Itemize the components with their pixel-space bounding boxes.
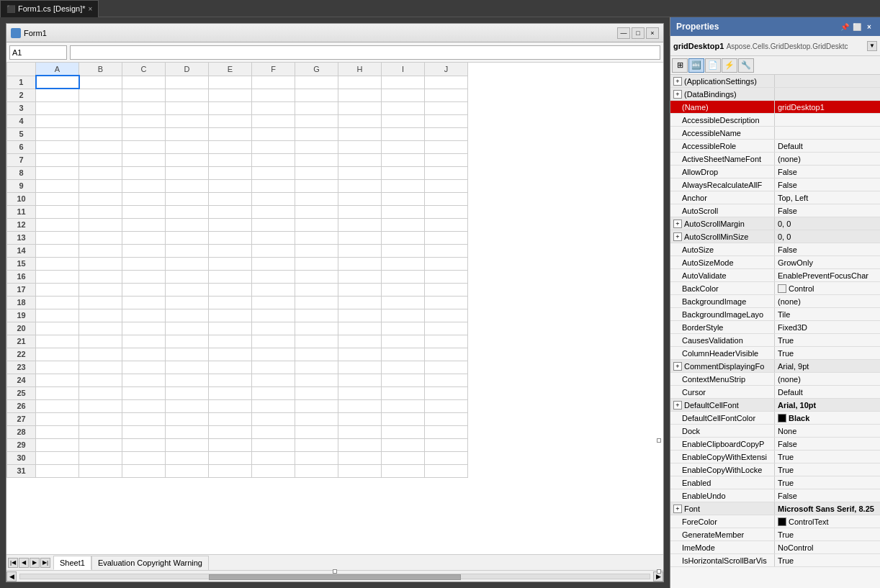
cell-E2[interactable]: [209, 89, 252, 101]
cell-C1[interactable]: [122, 76, 166, 89]
cell-J19[interactable]: [425, 309, 468, 322]
cell-B7[interactable]: [79, 153, 122, 166]
prop-value-24[interactable]: Default: [775, 386, 880, 398]
cell-D3[interactable]: [166, 101, 209, 114]
cell-D9[interactable]: [166, 179, 209, 192]
prop-value-23[interactable]: (none): [775, 373, 880, 385]
cell-A23[interactable]: [36, 361, 79, 374]
cell-G26[interactable]: [295, 399, 338, 412]
cell-J27[interactable]: [425, 412, 468, 425]
prop-value-37[interactable]: True: [775, 554, 880, 566]
col-header-E[interactable]: E: [209, 63, 252, 76]
cell-C26[interactable]: [122, 399, 166, 412]
col-header-H[interactable]: H: [338, 63, 382, 76]
cell-J24[interactable]: [425, 374, 468, 386]
prop-row-6[interactable]: ActiveSheetNameFont(none): [670, 153, 880, 166]
cell-H12[interactable]: [338, 218, 382, 231]
cell-F8[interactable]: [252, 166, 295, 179]
cell-C23[interactable]: [122, 361, 166, 374]
cell-C4[interactable]: [122, 114, 166, 127]
prop-value-32[interactable]: False: [775, 489, 880, 502]
properties-page-btn[interactable]: 📄: [705, 58, 721, 73]
cell-J1[interactable]: [425, 76, 468, 89]
cell-F13[interactable]: [252, 231, 295, 244]
prop-value-16[interactable]: Control: [775, 282, 880, 294]
cell-B26[interactable]: [79, 399, 122, 412]
cell-A25[interactable]: [36, 386, 79, 399]
cell-F2[interactable]: [252, 89, 295, 101]
cell-A29[interactable]: [36, 438, 79, 451]
cell-H11[interactable]: [338, 205, 382, 218]
cell-I23[interactable]: [382, 361, 425, 374]
wrench-btn[interactable]: 🔧: [738, 58, 754, 73]
cell-H6[interactable]: [338, 140, 382, 153]
row-header-14[interactable]: 14: [7, 244, 36, 257]
cell-C20[interactable]: [122, 322, 166, 335]
close-button[interactable]: ×: [646, 27, 659, 39]
cell-I16[interactable]: [382, 270, 425, 283]
prop-value-15[interactable]: EnablePreventFocusChar: [775, 269, 880, 281]
cell-A3[interactable]: [36, 101, 79, 114]
cell-H4[interactable]: [338, 114, 382, 127]
prop-value-35[interactable]: True: [775, 528, 880, 540]
alphabetical-view-btn[interactable]: 🔤: [688, 58, 704, 73]
cell-B17[interactable]: [79, 283, 122, 296]
prop-value-34[interactable]: ControlText: [775, 515, 880, 528]
cell-A24[interactable]: [36, 374, 79, 386]
cell-A13[interactable]: [36, 231, 79, 244]
row-header-23[interactable]: 23: [7, 361, 36, 374]
cell-A31[interactable]: [36, 464, 79, 477]
prop-value-8[interactable]: False: [775, 178, 880, 191]
cell-D5[interactable]: [166, 127, 209, 140]
cell-I28[interactable]: [382, 425, 425, 438]
cell-G18[interactable]: [295, 296, 338, 309]
cell-H27[interactable]: [338, 412, 382, 425]
row-header-4[interactable]: 4: [7, 114, 36, 127]
prop-row-35[interactable]: GenerateMemberTrue: [670, 528, 880, 541]
cell-F16[interactable]: [252, 270, 295, 283]
col-header-A[interactable]: A: [36, 63, 79, 76]
cell-F24[interactable]: [252, 374, 295, 386]
cell-H9[interactable]: [338, 179, 382, 192]
prop-row-37[interactable]: IsHorizontalScrollBarVisTrue: [670, 554, 880, 567]
sheet-last-btn[interactable]: ▶|: [40, 558, 50, 568]
object-dropdown-btn[interactable]: ▼: [867, 41, 877, 51]
cell-H13[interactable]: [338, 231, 382, 244]
cell-J5[interactable]: [425, 127, 468, 140]
float-button[interactable]: ⬜: [852, 22, 862, 32]
cell-G5[interactable]: [295, 127, 338, 140]
cell-H2[interactable]: [338, 89, 382, 101]
cell-D1[interactable]: [166, 76, 209, 89]
prop-row-3[interactable]: AccessibleDescription: [670, 114, 880, 127]
cell-I21[interactable]: [382, 335, 425, 348]
prop-row-26[interactable]: DefaultCellFontColorBlack: [670, 412, 880, 425]
cell-D12[interactable]: [166, 218, 209, 231]
row-header-17[interactable]: 17: [7, 283, 36, 296]
minimize-button[interactable]: —: [617, 27, 630, 39]
cell-I9[interactable]: [382, 179, 425, 192]
cell-G14[interactable]: [295, 244, 338, 257]
cell-E30[interactable]: [209, 451, 252, 464]
prop-value-12[interactable]: 0, 0: [775, 230, 880, 243]
cell-E7[interactable]: [209, 153, 252, 166]
cell-D8[interactable]: [166, 166, 209, 179]
cell-J15[interactable]: [425, 257, 468, 270]
cell-D22[interactable]: [166, 348, 209, 361]
row-header-2[interactable]: 2: [7, 89, 36, 101]
cell-D15[interactable]: [166, 257, 209, 270]
cell-B23[interactable]: [79, 361, 122, 374]
form-design-tab[interactable]: ⬛ Form1.cs [Design]* ×: [0, 0, 99, 17]
prop-row-12[interactable]: +AutoScrollMinSize0, 0: [670, 230, 880, 243]
cell-F3[interactable]: [252, 101, 295, 114]
row-header-7[interactable]: 7: [7, 153, 36, 166]
prop-row-21[interactable]: ColumnHeaderVisibleTrue: [670, 347, 880, 360]
cell-I30[interactable]: [382, 451, 425, 464]
cell-G11[interactable]: [295, 205, 338, 218]
cell-I31[interactable]: [382, 464, 425, 477]
row-header-10[interactable]: 10: [7, 192, 36, 205]
cell-F15[interactable]: [252, 257, 295, 270]
cell-B18[interactable]: [79, 296, 122, 309]
cell-C7[interactable]: [122, 153, 166, 166]
cell-F22[interactable]: [252, 348, 295, 361]
cell-B31[interactable]: [79, 464, 122, 477]
